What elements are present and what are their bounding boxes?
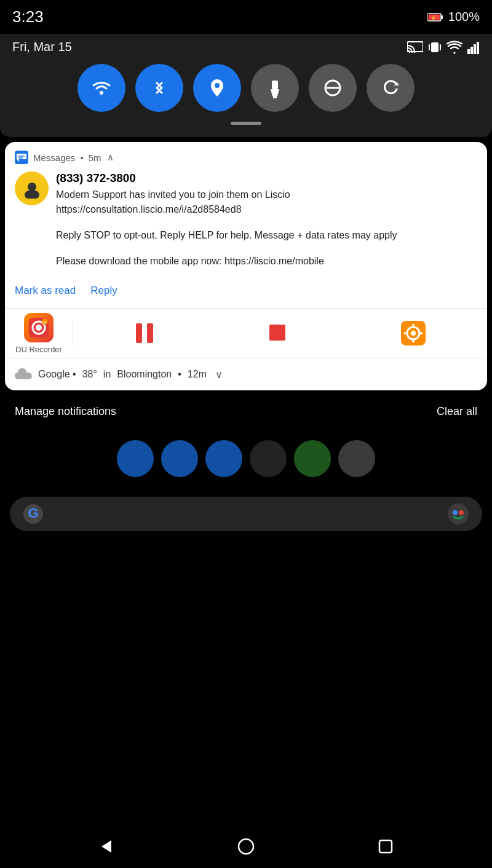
- svg-rect-4: [407, 42, 423, 52]
- notif-time-value: 5m: [89, 152, 101, 163]
- svg-point-27: [36, 325, 42, 331]
- svg-rect-30: [147, 323, 153, 343]
- svg-rect-14: [272, 81, 278, 89]
- avatar-icon: [22, 179, 42, 199]
- home-screen-icons: [0, 428, 492, 489]
- svg-rect-11: [477, 42, 479, 54]
- pause-icon: [133, 320, 156, 347]
- home-icon-3[interactable]: [205, 440, 242, 477]
- home-icon-6[interactable]: [338, 440, 375, 477]
- du-recorder-icon: [28, 317, 50, 339]
- notif-sender: (833) 372-3800: [56, 172, 477, 185]
- weather-time-value: 12m: [188, 369, 207, 380]
- du-stop-button[interactable]: [266, 320, 288, 347]
- du-recorder-notification: DU Recorder: [5, 309, 487, 358]
- qs-tile-dnd[interactable]: [309, 64, 357, 112]
- status-time: 3:23: [12, 7, 44, 26]
- svg-rect-16: [273, 97, 277, 98]
- weather-expand-icon[interactable]: ∨: [215, 369, 223, 381]
- svg-point-13: [215, 83, 220, 88]
- qs-date-row: Fri, Mar 15: [12, 40, 480, 54]
- weather-notification[interactable]: Google • 38° in Bloomington • 12m ∨: [5, 358, 487, 390]
- cast-icon: [407, 41, 423, 54]
- qs-tile-location[interactable]: [193, 64, 241, 112]
- nav-back-button[interactable]: [98, 838, 115, 855]
- svg-text:G: G: [28, 505, 38, 521]
- weather-source: Google •: [38, 369, 76, 380]
- du-settings-button[interactable]: [400, 320, 427, 347]
- weather-time: •: [178, 369, 181, 380]
- notif-expand-icon[interactable]: ∧: [107, 152, 114, 163]
- svg-rect-10: [474, 44, 476, 54]
- svg-rect-7: [440, 44, 441, 50]
- qs-tile-flashlight[interactable]: [251, 64, 299, 112]
- svg-rect-5: [431, 42, 438, 52]
- svg-point-34: [411, 331, 416, 336]
- svg-rect-29: [136, 323, 142, 343]
- qs-tile-rotate[interactable]: [367, 64, 415, 112]
- du-app-name: DU Recorder: [15, 345, 62, 354]
- battery-percentage: 100%: [448, 10, 480, 24]
- svg-point-12: [100, 91, 103, 95]
- battery-icon: ⚡: [427, 12, 443, 22]
- notif-body: (833) 372-3800 Modern Support has invite…: [15, 172, 477, 269]
- qs-handle[interactable]: [231, 122, 261, 125]
- google-assistant-icon[interactable]: [446, 502, 470, 526]
- quick-settings-panel: Fri, Mar 15: [0, 34, 492, 137]
- du-pause-button[interactable]: [133, 320, 156, 347]
- svg-point-23: [28, 183, 36, 191]
- nav-recents-button[interactable]: [377, 838, 394, 855]
- search-bar[interactable]: G: [10, 497, 482, 531]
- manage-notifications-button[interactable]: Manage notifications: [15, 405, 116, 418]
- notif-message-3: Please download the mobile app now: http…: [56, 254, 477, 269]
- svg-point-24: [25, 190, 39, 199]
- notif-time: •: [80, 152, 83, 163]
- stop-icon: [266, 320, 288, 347]
- svg-rect-9: [470, 47, 473, 54]
- home-icon-2[interactable]: [161, 440, 198, 477]
- qs-tile-wifi[interactable]: [77, 64, 125, 112]
- clear-all-button[interactable]: Clear all: [437, 405, 477, 418]
- recents-icon: [377, 838, 394, 855]
- bottom-bar: Manage notifications Clear all: [0, 395, 492, 428]
- svg-marker-15: [271, 89, 279, 97]
- svg-point-41: [239, 839, 253, 854]
- nav-home-button[interactable]: [237, 838, 255, 855]
- messages-notification: Messages • 5m ∧ (833) 372-3800 Modern Su…: [5, 142, 487, 308]
- weather-city: in: [103, 369, 111, 380]
- weather-temp: 38°: [82, 369, 97, 380]
- home-icon-5[interactable]: [294, 440, 331, 477]
- home-icon: [237, 838, 255, 855]
- notif-message-2: Reply STOP to opt-out. Reply HELP for he…: [56, 228, 477, 243]
- du-app-icon: [24, 313, 54, 342]
- notif-avatar: [15, 172, 49, 205]
- notif-header: Messages • 5m ∧: [15, 151, 477, 164]
- signal-icon: [467, 41, 480, 54]
- qs-tile-bluetooth[interactable]: [135, 64, 183, 112]
- google-g-icon: G: [22, 503, 44, 525]
- svg-marker-40: [101, 840, 111, 853]
- svg-rect-42: [379, 840, 392, 853]
- nav-bar: [0, 825, 492, 868]
- svg-point-37: [448, 503, 469, 524]
- home-icon-4[interactable]: [250, 440, 287, 477]
- messages-app-icon: [15, 151, 28, 164]
- du-controls: [73, 320, 487, 347]
- status-icons: ⚡ 100%: [427, 10, 480, 24]
- cloud-icon: [15, 367, 32, 382]
- qs-tiles: [12, 64, 480, 112]
- notif-content: (833) 372-3800 Modern Support has invite…: [56, 172, 477, 269]
- svg-text:⚡: ⚡: [430, 15, 437, 21]
- svg-point-38: [453, 510, 458, 515]
- home-icon-1[interactable]: [117, 440, 154, 477]
- mark-as-read-button[interactable]: Mark as read: [15, 282, 76, 299]
- svg-rect-6: [429, 44, 430, 50]
- du-app-section: DU Recorder: [5, 306, 73, 361]
- weather-city-name: Bloomington: [117, 369, 172, 380]
- qs-date: Fri, Mar 15: [12, 40, 72, 54]
- reply-button[interactable]: Reply: [90, 282, 117, 299]
- back-icon: [98, 838, 115, 855]
- notif-app-name: Messages: [33, 152, 75, 163]
- svg-rect-31: [269, 325, 285, 341]
- svg-rect-1: [441, 15, 443, 19]
